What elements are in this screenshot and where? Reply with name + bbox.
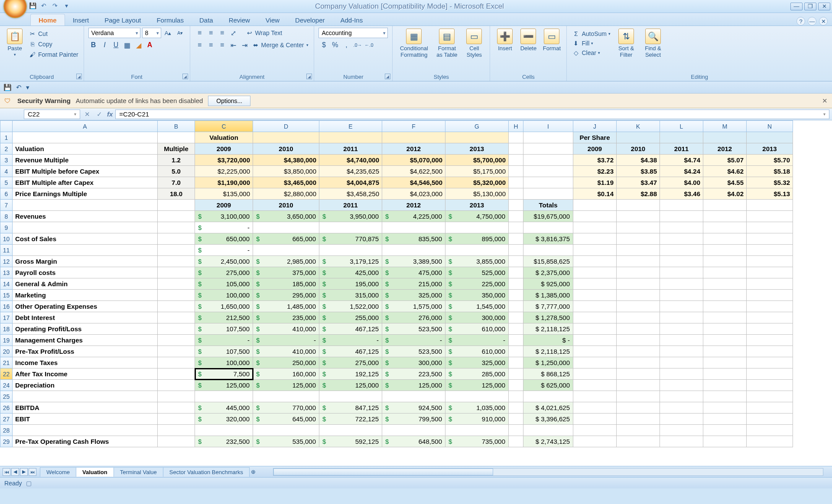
line-item-label[interactable]: Other Operating Expenses xyxy=(13,301,158,312)
cell[interactable] xyxy=(660,278,703,290)
multiple-header[interactable]: Multiple xyxy=(158,143,195,155)
line-item-label[interactable] xyxy=(13,245,158,256)
line-item-value[interactable]: $3,950,000 xyxy=(319,211,382,222)
line-item-value[interactable] xyxy=(319,245,382,256)
line-item-value[interactable]: $610,000 xyxy=(445,323,509,335)
close-doc-icon[interactable]: ✕ xyxy=(819,17,828,26)
col-header-L[interactable]: L xyxy=(660,121,703,132)
line-item-value[interactable]: $295,000 xyxy=(253,290,319,301)
cell[interactable] xyxy=(509,278,523,290)
row-header-17[interactable]: 17 xyxy=(0,312,13,323)
cell[interactable] xyxy=(660,222,703,233)
cell[interactable] xyxy=(158,256,195,267)
cell[interactable] xyxy=(509,132,523,143)
cell[interactable] xyxy=(660,290,703,301)
metric-label[interactable]: EBIT Multiple after Capex xyxy=(13,177,158,188)
valuation-value[interactable]: $4,740,000 xyxy=(319,155,382,166)
line-item-total[interactable]: $15,858,625 xyxy=(523,256,573,267)
row-header-19[interactable]: 19 xyxy=(0,335,13,346)
undo-icon[interactable]: ↶ xyxy=(40,2,48,10)
year-header[interactable]: 2011 xyxy=(660,143,703,155)
cell[interactable] xyxy=(509,222,523,233)
cell[interactable] xyxy=(509,301,523,312)
row-header-14[interactable]: 14 xyxy=(0,278,13,290)
line-item-value[interactable]: $215,000 xyxy=(382,278,445,290)
line-item-value[interactable]: $650,000 xyxy=(195,233,253,245)
cell[interactable] xyxy=(747,200,793,211)
next-sheet-icon[interactable]: ▶ xyxy=(20,468,28,476)
increase-decimal-icon[interactable]: .0→ xyxy=(352,40,363,50)
cell[interactable] xyxy=(660,357,703,368)
font-dialog-launcher[interactable]: ◢ xyxy=(182,74,188,79)
row-header-3[interactable]: 3 xyxy=(0,155,13,166)
percent-format-icon[interactable]: % xyxy=(330,40,340,50)
line-item-label[interactable]: Income Taxes xyxy=(13,357,158,368)
cell[interactable] xyxy=(158,132,195,143)
macro-record-icon[interactable]: ▢ xyxy=(26,480,32,487)
cell[interactable] xyxy=(617,233,660,245)
row-header-29[interactable]: 29 xyxy=(0,436,13,447)
cell[interactable] xyxy=(617,301,660,312)
multiple-value[interactable]: 7.0 xyxy=(158,177,195,188)
line-item-value[interactable] xyxy=(253,245,319,256)
align-bottom-icon[interactable]: ≡ xyxy=(217,28,228,38)
year-header[interactable]: 2011 xyxy=(319,200,382,211)
line-item-total[interactable]: $ 625,000 xyxy=(523,380,573,391)
per-share-value[interactable]: $5.13 xyxy=(747,188,793,200)
line-item-value[interactable]: $2,985,000 xyxy=(253,256,319,267)
line-item-value[interactable]: $125,000 xyxy=(445,380,509,391)
security-close-icon[interactable]: ✕ xyxy=(822,97,828,105)
row-header-15[interactable]: 15 xyxy=(0,290,13,301)
year-header[interactable]: 2012 xyxy=(382,200,445,211)
merge-center-button[interactable]: ⬌Merge & Center▾ xyxy=(251,40,310,50)
first-sheet-icon[interactable]: ⏮ xyxy=(3,468,10,476)
year-header[interactable]: 2010 xyxy=(253,200,319,211)
line-item-value[interactable]: $475,000 xyxy=(382,267,445,278)
line-item-label[interactable]: After Tax Income xyxy=(13,368,158,380)
cell[interactable] xyxy=(509,200,523,211)
valuation-value[interactable]: $5,070,000 xyxy=(382,155,445,166)
enter-formula-icon[interactable]: ✓ xyxy=(94,110,104,119)
cell[interactable] xyxy=(747,245,793,256)
line-item-value[interactable]: $100,000 xyxy=(195,357,253,368)
line-item-label[interactable]: Payroll costs xyxy=(13,267,158,278)
align-middle-icon[interactable]: ≡ xyxy=(206,28,216,38)
line-item-total[interactable] xyxy=(523,391,573,402)
cell[interactable] xyxy=(573,245,617,256)
autosum-button[interactable]: ΣAutoSum▾ xyxy=(571,29,611,38)
line-item-value[interactable] xyxy=(445,245,509,256)
prev-sheet-icon[interactable]: ◀ xyxy=(11,468,19,476)
cell-styles-button[interactable]: ▭Cell Styles xyxy=(463,28,485,59)
cell[interactable] xyxy=(158,245,195,256)
row-header-25[interactable]: 25 xyxy=(0,391,13,402)
col-header-N[interactable]: N xyxy=(747,121,793,132)
line-item-value[interactable]: $255,000 xyxy=(319,312,382,323)
cell[interactable] xyxy=(747,414,793,425)
row-header-11[interactable]: 11 xyxy=(0,245,13,256)
cell[interactable] xyxy=(573,211,617,222)
cell[interactable] xyxy=(573,380,617,391)
cell[interactable] xyxy=(573,200,617,211)
cell[interactable] xyxy=(509,312,523,323)
cell[interactable] xyxy=(573,267,617,278)
cell[interactable] xyxy=(703,267,747,278)
cell[interactable] xyxy=(703,391,747,402)
cell[interactable] xyxy=(573,301,617,312)
cell[interactable] xyxy=(158,357,195,368)
row-header-8[interactable]: 8 xyxy=(0,211,13,222)
cell[interactable] xyxy=(617,402,660,414)
per-share-value[interactable]: $3.46 xyxy=(660,188,703,200)
cell[interactable] xyxy=(158,346,195,357)
cell[interactable] xyxy=(509,245,523,256)
formula-input[interactable]: =C20-C21 xyxy=(115,110,829,119)
cell[interactable] xyxy=(703,414,747,425)
per-share-value[interactable]: $5.07 xyxy=(703,155,747,166)
cell[interactable] xyxy=(158,368,195,380)
line-item-value[interactable]: $722,125 xyxy=(319,414,382,425)
cell[interactable] xyxy=(617,335,660,346)
name-box[interactable]: C22 xyxy=(24,110,80,119)
line-item-value[interactable]: $185,000 xyxy=(253,278,319,290)
line-item-value[interactable]: $648,500 xyxy=(382,436,445,447)
cell[interactable] xyxy=(509,380,523,391)
cell[interactable] xyxy=(617,132,660,143)
